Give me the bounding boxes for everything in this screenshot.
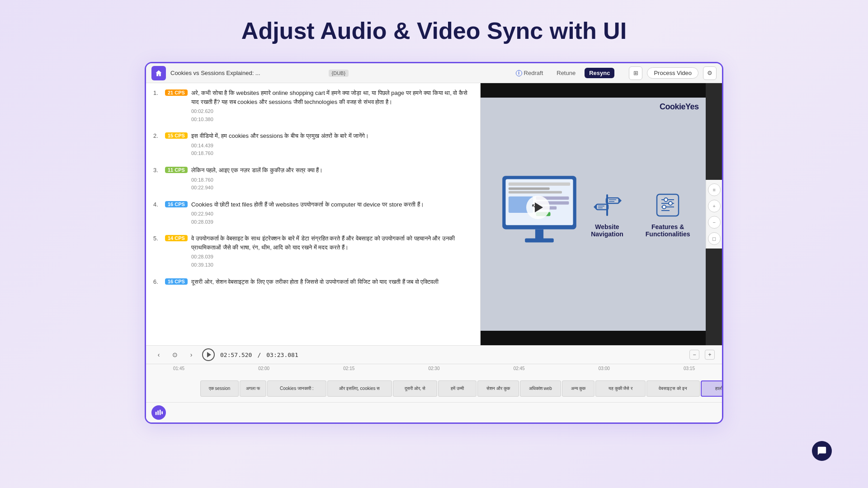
subtitle-list: 1. 21 CPS अरे, कभी सोचा है कि websites ह… xyxy=(153,89,473,286)
subtitle-row-4[interactable]: 4. 16 CPS Cookies वो छोटी text files होत… xyxy=(153,200,473,226)
timeline-clip-2[interactable]: अगला फ xyxy=(240,380,266,397)
process-video-button[interactable]: Process Video xyxy=(647,67,698,79)
video-background: CookieYes xyxy=(481,83,706,345)
subtitle-row-6[interactable]: 6. 16 CPS दूसरी ओर, सेशन वेबसाइट्स के लि… xyxy=(153,277,473,286)
video-content: CookieYes xyxy=(481,98,706,331)
subtitle-text: अरे, कभी सोचा है कि websites हमारे onlin… xyxy=(191,89,473,106)
time-separator: / xyxy=(257,352,261,358)
subtitle-body: अरे, कभी सोचा है कि websites हमारे onlin… xyxy=(191,89,473,123)
features-functionalities-feature: Features & Functionalities xyxy=(643,191,693,238)
cps-badge: 16 CPS xyxy=(165,201,188,207)
ruler-mark: 02:00 xyxy=(258,366,269,375)
timeline-clip-4[interactable]: और इसलिए, cookies स xyxy=(327,380,392,397)
video-title: Cookies vs Sessions Explained: ... xyxy=(170,70,324,76)
subtitle-time: 00:14.43900:18.760 xyxy=(191,142,473,158)
subtitle-body: इस वीडियो में, हम cookies और sessions के… xyxy=(191,131,473,158)
bottom-toolbar xyxy=(146,402,722,422)
play-button[interactable] xyxy=(526,196,550,219)
sidebar-icon-3[interactable]: − xyxy=(708,216,721,229)
home-button[interactable] xyxy=(151,66,166,80)
subtitle-text: इस वीडियो में, हम cookies और sessions के… xyxy=(191,131,473,141)
subtitle-time: 00:22.94000:28.039 xyxy=(191,210,473,226)
right-sidebar: ≡ + − ◻ xyxy=(706,180,722,249)
subtitle-number: 5. xyxy=(153,234,161,242)
dub-badge: {DUB} xyxy=(329,70,349,77)
svg-rect-21 xyxy=(657,194,679,216)
svg-point-28 xyxy=(662,205,666,209)
svg-point-26 xyxy=(664,198,668,202)
svg-rect-10 xyxy=(535,230,543,240)
website-navigation-feature: Website Navigation xyxy=(589,191,625,238)
svg-rect-3 xyxy=(509,188,550,190)
svg-rect-11 xyxy=(525,239,554,243)
play-pause-button[interactable] xyxy=(202,348,215,361)
ruler-marks: 01:4502:0002:1502:3002:4503:0003:15 xyxy=(146,366,722,375)
timeline-area: ‹ ⊙ › 02:57.520 / 03:23.081 − + 01:4502:… xyxy=(146,345,722,422)
ruler-mark: 02:30 xyxy=(428,366,439,375)
info-icon: i xyxy=(516,70,522,76)
subtitle-number: 2. xyxy=(153,131,161,139)
svg-rect-29 xyxy=(156,412,157,415)
sidebar-icon-2[interactable]: + xyxy=(708,200,721,212)
subtitle-text: Cookies वो छोटी text files होती हैं जो w… xyxy=(191,200,473,209)
subtitle-number: 4. xyxy=(153,200,161,208)
layout-icon-button[interactable]: ⊞ xyxy=(629,66,642,80)
prev-button[interactable]: ‹ xyxy=(153,349,164,360)
features-functionalities-label: Features & Functionalities xyxy=(643,223,693,238)
resync-button[interactable]: Resync xyxy=(585,68,614,78)
ruler-mark: 02:45 xyxy=(514,366,525,375)
zoom-in-button[interactable]: + xyxy=(705,350,715,360)
subtitle-number: 6. xyxy=(153,277,161,285)
page-title: Adjust Audio & Video Sync with UI xyxy=(241,18,627,44)
timeline-clip-3[interactable]: Cookies जानकारी : xyxy=(267,380,326,397)
subtitle-time: 00:18.76000:22.940 xyxy=(191,176,473,192)
website-navigation-icon xyxy=(593,191,622,220)
subtitle-body: दूसरी ओर, सेशन वेबसाइट्स के लिए एक तरीका… xyxy=(191,277,473,286)
subtitle-row-1[interactable]: 1. 21 CPS अरे, कभी सोचा है कि websites ह… xyxy=(153,89,473,123)
svg-marker-14 xyxy=(619,198,622,203)
timeline-clip-11[interactable]: वेबसाइट्स को इन xyxy=(646,380,700,397)
timeline-clip-6[interactable]: हमें उम्मी xyxy=(438,380,476,397)
svg-rect-31 xyxy=(160,410,161,415)
retune-button[interactable]: Retune xyxy=(552,68,580,78)
subtitle-panel: 1. 21 CPS अरे, कभी सोचा है कि websites ह… xyxy=(146,83,481,345)
chat-button[interactable] xyxy=(812,441,832,461)
subtitle-time: 00:28.03900:39.130 xyxy=(191,253,473,269)
current-time: 02:57.520 xyxy=(220,352,252,358)
ruler-mark: 03:15 xyxy=(684,366,695,375)
timeline-controls: ‹ ⊙ › 02:57.520 / 03:23.081 − + xyxy=(146,346,722,364)
settings-icon-button[interactable]: ⚙ xyxy=(703,66,717,80)
svg-marker-16 xyxy=(594,204,596,210)
video-panel: CookieYes xyxy=(481,83,722,345)
history-button[interactable]: ⊙ xyxy=(170,349,180,360)
svg-rect-2 xyxy=(509,183,570,186)
subtitle-row-2[interactable]: 2. 15 CPS इस वीडियो में, हम cookies और s… xyxy=(153,131,473,158)
next-button[interactable]: › xyxy=(186,349,197,360)
cps-badge: 21 CPS xyxy=(165,89,188,96)
subtitle-text: वे उपयोगकर्ता के वेबसाइट के साथ इंटरेक्श… xyxy=(191,234,473,252)
timeline-clip-8[interactable]: अधिकांश web xyxy=(520,380,561,397)
timeline-clip-5[interactable]: दूसरी ओर, से xyxy=(393,380,437,397)
subtitle-number: 3. xyxy=(153,166,161,174)
sidebar-icon-1[interactable]: ≡ xyxy=(708,183,721,196)
sidebar-icon-4[interactable]: ◻ xyxy=(708,232,721,245)
timeline-clip-7[interactable]: सेशन और कुक xyxy=(477,380,519,397)
subtitle-body: लेकिन पहले, आइए एक नज़र डालें कि कुकीज़ … xyxy=(191,166,473,192)
redraft-button[interactable]: i Redraft xyxy=(511,68,548,78)
total-time: 03:23.081 xyxy=(266,352,298,358)
svg-rect-32 xyxy=(161,411,163,414)
timeline-clip-1[interactable]: एक session xyxy=(200,380,239,397)
main-content: 1. 21 CPS अरे, कभी सोचा है कि websites ह… xyxy=(146,83,722,345)
subtitle-row-5[interactable]: 5. 14 CPS वे उपयोगकर्ता के वेबसाइट के सा… xyxy=(153,234,473,269)
timeline-clip-9[interactable]: अन्य कुक xyxy=(562,380,594,397)
zoom-out-button[interactable]: − xyxy=(689,350,699,360)
cps-badge: 14 CPS xyxy=(165,235,188,241)
timeline-clip-10[interactable]: यह कुकी जैसे र xyxy=(595,380,646,397)
top-bar: Cookies vs Sessions Explained: ... {DUB}… xyxy=(146,63,722,83)
subtitle-row-3[interactable]: 3. 11 CPS लेकिन पहले, आइए एक नज़र डालें … xyxy=(153,166,473,192)
svg-rect-4 xyxy=(509,191,562,193)
svg-rect-13 xyxy=(606,198,619,203)
timeline-clip-12[interactable]: हालाँकि, GDPR जैसे म xyxy=(701,380,722,397)
audio-sync-button[interactable] xyxy=(151,405,166,420)
svg-rect-30 xyxy=(157,411,159,415)
